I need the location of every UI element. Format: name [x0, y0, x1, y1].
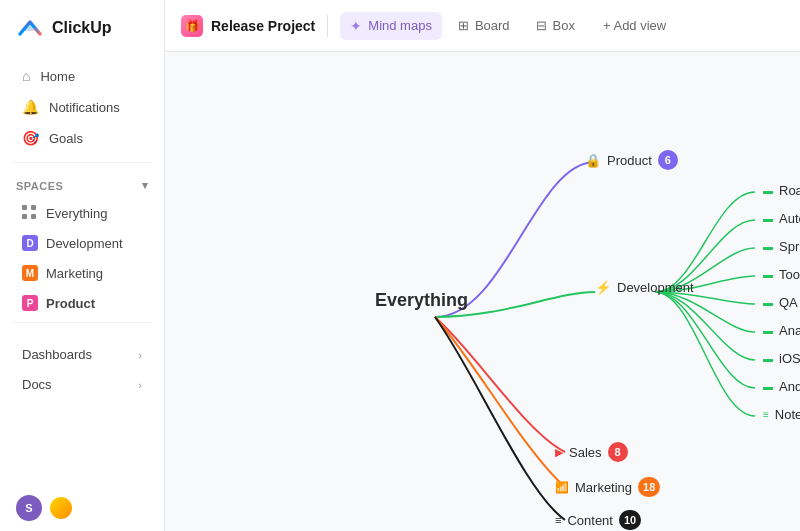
node-tooling[interactable]: ▬ Tooling 5 [763, 264, 800, 284]
goals-icon: 🎯 [22, 130, 39, 146]
dashboards-chevron: › [138, 349, 142, 361]
add-view-label: + Add view [603, 18, 666, 33]
tab-box-label: Box [553, 18, 575, 33]
node-automation[interactable]: ▬ Automation 6 [763, 208, 800, 228]
spaces-section-header: Spaces ▾ [0, 167, 164, 198]
tab-mind-maps[interactable]: ✦ Mind maps [340, 12, 442, 40]
bell-icon: 🔔 [22, 99, 39, 115]
dev-node-icon: ⚡ [595, 280, 611, 295]
sidebar-nav: ⌂ Home 🔔 Notifications 🎯 Goals [0, 56, 164, 158]
center-node: Everything [375, 290, 468, 311]
sidebar-item-product-label: Product [46, 296, 95, 311]
node-notes[interactable]: ≡ Notes 8 [763, 404, 800, 424]
docs-chevron: › [138, 379, 142, 391]
product-node-label: Product [607, 153, 652, 168]
ios-label: iOS [779, 351, 800, 366]
sidebar-item-development[interactable]: D Development [6, 229, 158, 257]
logo-text: ClickUp [52, 19, 112, 37]
sidebar-item-notifications[interactable]: 🔔 Notifications [6, 92, 158, 122]
node-ios[interactable]: ▬ iOS 1 [763, 348, 800, 368]
qa-label: QA [779, 295, 798, 310]
home-icon: ⌂ [22, 68, 30, 84]
roadmap-icon: ▬ [763, 185, 773, 196]
second-avatar[interactable] [50, 497, 72, 519]
node-android[interactable]: ▬ Android 4 [763, 376, 800, 396]
android-icon: ▬ [763, 381, 773, 392]
sidebar-item-docs[interactable]: Docs › [6, 370, 158, 399]
tooling-icon: ▬ [763, 269, 773, 280]
analytics-label: Analytics [779, 323, 800, 338]
marketing-space-icon: M [22, 265, 38, 281]
node-qa[interactable]: ▬ QA 11 [763, 292, 800, 312]
tab-box[interactable]: ⊟ Box [526, 12, 585, 39]
node-product[interactable]: 🔒 Product 6 [585, 150, 678, 170]
mind-maps-icon: ✦ [350, 18, 362, 34]
content-icon: ≡ [555, 514, 561, 526]
automation-label: Automation [779, 211, 800, 226]
project-name: Release Project [211, 18, 315, 34]
node-roadmap[interactable]: ▬ Roadmap 11 [763, 180, 800, 200]
header: 🎁 Release Project ✦ Mind maps ⊞ Board ⊟ … [165, 0, 800, 52]
board-icon: ⊞ [458, 18, 469, 33]
tab-board-label: Board [475, 18, 510, 33]
sidebar-footer: S [0, 485, 164, 531]
node-development[interactable]: ⚡ Development [595, 280, 694, 295]
sidebar-bottom: Dashboards › Docs › [0, 335, 164, 404]
sales-icon: ▶ [555, 446, 563, 459]
sidebar-item-everything[interactable]: Everything [6, 199, 158, 227]
user-avatar[interactable]: S [16, 495, 42, 521]
node-marketing[interactable]: 📶 Marketing 18 [555, 477, 660, 497]
mindmap-svg [165, 52, 800, 531]
box-icon: ⊟ [536, 18, 547, 33]
node-content[interactable]: ≡ Content 10 [555, 510, 641, 530]
android-label: Android [779, 379, 800, 394]
separator-1 [12, 162, 152, 163]
ios-icon: ▬ [763, 353, 773, 364]
sidebar-item-home[interactable]: ⌂ Home [6, 61, 158, 91]
sidebar-item-goals[interactable]: 🎯 Goals [6, 123, 158, 153]
node-sprints[interactable]: ▬ Sprints 11 [763, 236, 800, 256]
dev-node-label: Development [617, 280, 694, 295]
sprints-label: Sprints [779, 239, 800, 254]
sidebar-item-notifications-label: Notifications [49, 100, 120, 115]
content-badge: 10 [619, 510, 641, 530]
marketing-label: Marketing [575, 480, 632, 495]
automation-icon: ▬ [763, 213, 773, 224]
dashboards-label: Dashboards [22, 347, 92, 362]
sidebar-item-development-label: Development [46, 236, 123, 251]
product-space-icon: P [22, 295, 38, 311]
sales-label: Sales [569, 445, 602, 460]
add-view-button[interactable]: + Add view [593, 12, 676, 39]
everything-icon [22, 205, 38, 221]
sidebar-item-home-label: Home [40, 69, 75, 84]
node-analytics[interactable]: ▬ Analytics 5 [763, 320, 800, 340]
logo[interactable]: ClickUp [0, 0, 164, 56]
sidebar-item-dashboards[interactable]: Dashboards › [6, 340, 158, 369]
analytics-icon: ▬ [763, 325, 773, 336]
project-title: 🎁 Release Project [181, 15, 328, 37]
development-space-icon: D [22, 235, 38, 251]
node-sales[interactable]: ▶ Sales 8 [555, 442, 628, 462]
mindmap-canvas: Everything 🔒 Product 6 ⚡ Development ▬ R… [165, 52, 800, 531]
tooling-label: Tooling [779, 267, 800, 282]
sales-badge: 8 [608, 442, 628, 462]
tab-mind-maps-label: Mind maps [368, 18, 432, 33]
sidebar-item-marketing[interactable]: M Marketing [6, 259, 158, 287]
sidebar: ClickUp ⌂ Home 🔔 Notifications 🎯 Goals S… [0, 0, 165, 531]
center-node-label: Everything [375, 290, 468, 310]
tab-board[interactable]: ⊞ Board [448, 12, 520, 39]
clickup-logo-icon [16, 14, 44, 42]
product-node-icon: 🔒 [585, 153, 601, 168]
sidebar-item-everything-label: Everything [46, 206, 107, 221]
sidebar-item-goals-label: Goals [49, 131, 83, 146]
product-badge: 6 [658, 150, 678, 170]
project-icon: 🎁 [181, 15, 203, 37]
main-content: 🎁 Release Project ✦ Mind maps ⊞ Board ⊟ … [165, 0, 800, 531]
docs-label: Docs [22, 377, 52, 392]
content-label: Content [567, 513, 613, 528]
spaces-label: Spaces [16, 180, 63, 192]
marketing-badge: 18 [638, 477, 660, 497]
sidebar-item-product[interactable]: P Product [6, 289, 158, 317]
qa-icon: ▬ [763, 297, 773, 308]
spaces-chevron-icon: ▾ [142, 179, 149, 192]
